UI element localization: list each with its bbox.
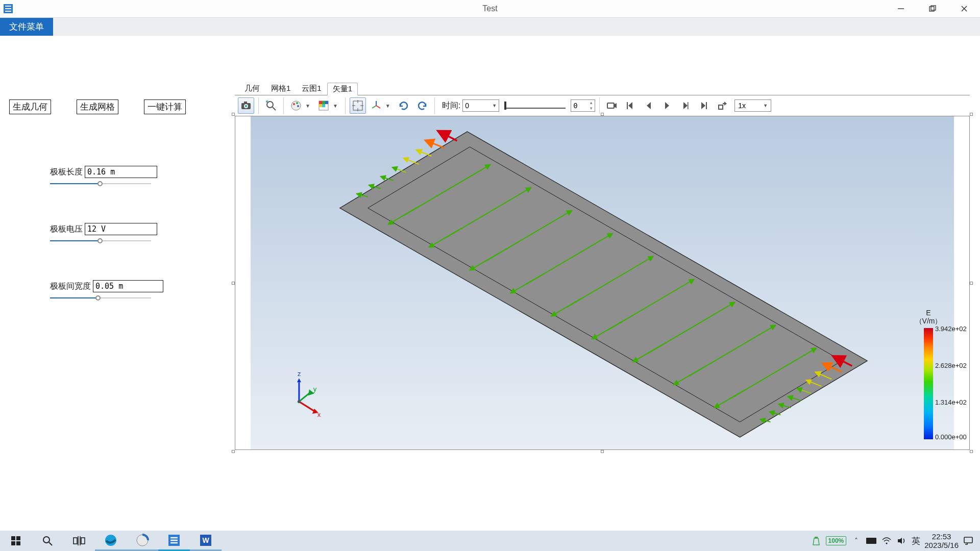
- titlebar: Test: [0, 0, 980, 18]
- svg-point-83: [298, 400, 301, 403]
- export-icon[interactable]: [714, 97, 730, 114]
- frame-value: 0: [571, 100, 587, 111]
- time-value: 0: [465, 102, 469, 110]
- legend-tick: 3.942e+02: [935, 325, 967, 333]
- clock-time: 22:53: [924, 532, 959, 541]
- generate-geometry-button[interactable]: 生成几何: [9, 99, 51, 114]
- last-frame-icon[interactable]: [696, 97, 712, 114]
- svg-point-10: [267, 102, 273, 108]
- svg-rect-84: [11, 536, 15, 540]
- rotate-cw-icon[interactable]: [396, 97, 412, 114]
- tab-geometry[interactable]: 几何: [239, 82, 265, 95]
- generate-mesh-button[interactable]: 生成网格: [77, 99, 118, 114]
- tab-cloud[interactable]: 云图1: [296, 82, 327, 95]
- svg-point-12: [291, 101, 301, 110]
- taskbar-app-edge[interactable]: [95, 531, 127, 551]
- chevron-down-icon[interactable]: ▼: [305, 103, 310, 109]
- legend-tick: 0.000e+00: [935, 433, 967, 441]
- center-icon[interactable]: [350, 97, 366, 114]
- power-icon[interactable]: [811, 535, 822, 546]
- svg-rect-87: [16, 541, 20, 545]
- tab-mesh[interactable]: 网格1: [265, 82, 296, 95]
- svg-text:y: y: [313, 385, 317, 393]
- svg-rect-91: [81, 538, 85, 544]
- plate-gap-input[interactable]: [93, 280, 163, 292]
- clock[interactable]: 22:53 2023/5/16: [924, 532, 959, 550]
- svg-rect-90: [74, 538, 77, 544]
- svg-point-8: [245, 105, 248, 108]
- next-frame-icon[interactable]: [677, 97, 694, 114]
- svg-text:W: W: [202, 536, 209, 544]
- chevron-up-icon[interactable]: ˄: [850, 535, 862, 546]
- svg-rect-18: [322, 101, 325, 104]
- frame-spinner[interactable]: 0 ▲▼: [571, 99, 595, 112]
- start-button[interactable]: [0, 531, 32, 551]
- timeline-slider[interactable]: [504, 101, 566, 111]
- notification-icon[interactable]: [963, 535, 974, 546]
- colorbar-legend: E （V/m） 3.942e+02 2.628e+02 1.314e+02 0.…: [903, 309, 954, 439]
- ime-indicator[interactable]: 英: [912, 535, 920, 547]
- wifi-icon[interactable]: [881, 535, 892, 546]
- prev-frame-icon[interactable]: [641, 97, 657, 114]
- svg-rect-86: [11, 541, 15, 545]
- record-icon[interactable]: [604, 97, 620, 114]
- speed-value: 1x: [738, 102, 746, 110]
- first-frame-icon[interactable]: [622, 97, 639, 114]
- play-icon[interactable]: [659, 97, 675, 114]
- chevron-down-icon[interactable]: ▼: [333, 103, 338, 109]
- keyboard-icon[interactable]: [866, 535, 877, 546]
- 3d-viewport[interactable]: z x y E （V/m） 3.942e+02 2.628e+02 1.314e…: [235, 116, 970, 450]
- app-logo-icon: [2, 3, 14, 15]
- task-view-button[interactable]: [63, 531, 95, 551]
- time-combo[interactable]: 0▼: [462, 99, 499, 112]
- viewer-toolbar: ▼ ▼ ▼ 时间: 0▼ 0 ▲▼ 1x▼: [235, 95, 970, 116]
- param-label: 极板长度: [50, 167, 83, 178]
- zoom-icon[interactable]: [263, 97, 279, 114]
- taskbar: W 100% ˄ 英 22:53 2023/5/16: [0, 531, 980, 551]
- chevron-down-icon[interactable]: ▼: [385, 103, 390, 109]
- svg-rect-19: [325, 101, 328, 104]
- battery-indicator[interactable]: 100%: [826, 536, 847, 545]
- tab-strip: 几何 网格1 云图1 矢量1: [235, 83, 970, 95]
- rotate-ccw-icon[interactable]: [414, 97, 430, 114]
- cube-grid-icon[interactable]: [315, 97, 332, 114]
- volume-icon[interactable]: [896, 535, 908, 546]
- plate-voltage-input[interactable]: [85, 223, 157, 235]
- taskbar-app-word[interactable]: W: [190, 531, 222, 551]
- plate-gap-slider[interactable]: [50, 294, 151, 302]
- maximize-button[interactable]: [917, 0, 948, 17]
- legend-title: E: [903, 309, 954, 317]
- svg-rect-17: [319, 101, 322, 104]
- palette-icon[interactable]: [288, 97, 304, 114]
- plate-length-slider[interactable]: [50, 180, 151, 187]
- plate-voltage-slider[interactable]: [50, 237, 151, 244]
- plate-length-input[interactable]: [85, 166, 157, 178]
- legend-tick: 2.628e+02: [935, 362, 967, 369]
- legend-tick: 1.314e+02: [935, 398, 967, 406]
- close-button[interactable]: [948, 0, 980, 17]
- minimize-button[interactable]: [885, 0, 917, 17]
- svg-point-13: [293, 103, 295, 105]
- file-menu[interactable]: 文件菜单: [0, 18, 53, 36]
- svg-text:x: x: [317, 411, 321, 418]
- svg-line-28: [376, 106, 380, 108]
- svg-rect-102: [964, 537, 972, 543]
- svg-rect-30: [607, 103, 614, 108]
- svg-rect-33: [706, 102, 707, 109]
- svg-point-88: [43, 537, 50, 543]
- svg-rect-85: [16, 536, 20, 540]
- svg-rect-20: [319, 104, 322, 107]
- one-click-calc-button[interactable]: 一键计算: [144, 99, 186, 114]
- search-button[interactable]: [32, 531, 63, 551]
- clock-date: 2023/5/16: [924, 541, 959, 549]
- axis-select-icon[interactable]: [368, 97, 384, 114]
- svg-rect-32: [688, 102, 689, 109]
- taskbar-app-browser[interactable]: [127, 531, 158, 551]
- svg-text:z: z: [298, 370, 301, 378]
- taskbar-app-sim[interactable]: [158, 531, 190, 551]
- speed-combo[interactable]: 1x▼: [734, 99, 771, 112]
- camera-icon[interactable]: [238, 97, 254, 114]
- viewer-area: 几何 网格1 云图1 矢量1 ▼ ▼ ▼ 时间: 0▼ 0: [235, 83, 970, 450]
- param-label: 极板电压: [50, 224, 83, 235]
- tab-vector[interactable]: 矢量1: [327, 83, 358, 95]
